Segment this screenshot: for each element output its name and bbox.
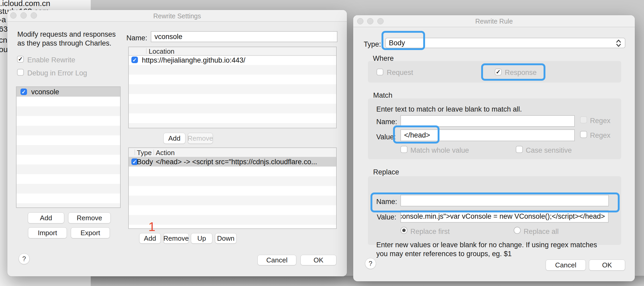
cancel-button[interactable]: Cancel (546, 260, 586, 271)
export-button[interactable]: Export (71, 227, 110, 238)
remove-action-button[interactable]: Remove (163, 233, 189, 244)
location-column-header: Location (149, 47, 174, 56)
rule-enabled-checkbox[interactable] (20, 89, 27, 95)
add-action-label: Add (144, 234, 156, 243)
rewrite-rules-list[interactable]: vconsole (16, 86, 121, 208)
add-location-button[interactable]: Add (163, 133, 185, 144)
location-table-header: Location (129, 47, 336, 56)
replace-value-value: console.min.js">var vConsole = new VCons… (400, 212, 605, 221)
replace-all-radio[interactable] (514, 227, 521, 234)
match-value-regex-checkbox[interactable] (580, 131, 587, 138)
action-summary: </head> -> <script src="https://cdnjs.cl… (156, 158, 335, 166)
action-column-header: Action (156, 149, 175, 157)
remove-location-label: Remove (188, 134, 213, 142)
dialog-title: Rewrite Rule (353, 18, 635, 25)
actions-table-stripes (129, 157, 336, 228)
match-whole-value-label: Match whole value (410, 146, 469, 155)
column-separator (146, 48, 147, 54)
match-value-input[interactable]: </head> (400, 129, 575, 141)
type-select[interactable]: Body (385, 38, 625, 48)
remove-rule-set-button[interactable]: Remove (68, 212, 111, 223)
help-button[interactable]: ? (365, 258, 376, 269)
background-text-fragment: ou (0, 45, 8, 54)
rewrite-settings-dialog: Rewrite Settings Modify requests and res… (7, 10, 347, 276)
match-whole-value-checkbox[interactable] (400, 146, 407, 153)
type-select-value: Body (389, 39, 405, 47)
location-enabled-checkbox[interactable] (131, 57, 138, 63)
match-name-input[interactable] (400, 115, 575, 127)
ok-button[interactable]: OK (300, 255, 336, 265)
table-row[interactable]: https://hejialianghe.github.io:443/ (129, 55, 336, 65)
match-name-regex-label: Regex (590, 117, 610, 125)
add-action-button[interactable]: Add (139, 233, 161, 244)
import-label: Import (38, 229, 57, 237)
location-url: https://hejialianghe.github.io:443/ (142, 56, 245, 64)
replace-hint-line-1: Enter new values or leave blank for no c… (376, 241, 597, 249)
replace-section-label: Replace (373, 168, 399, 176)
match-value-regex-label: Regex (590, 131, 610, 140)
replace-name-input[interactable] (400, 195, 609, 206)
debug-error-log-checkbox[interactable] (17, 69, 24, 76)
case-sensitive-checkbox[interactable] (516, 146, 523, 153)
match-name-regex-checkbox[interactable] (580, 116, 587, 123)
import-button[interactable]: Import (28, 227, 67, 238)
remove-location-button[interactable]: Remove (188, 133, 213, 144)
location-table-stripes (129, 55, 336, 128)
replace-panel: Name: Value: console.min.js">var vConsol… (368, 176, 621, 245)
name-label: Name: (126, 34, 147, 42)
response-checkbox[interactable] (495, 69, 502, 75)
description-line-1: Modify requests and responses (17, 30, 116, 38)
type-column-header: Type (137, 149, 152, 157)
type-label: Type: (364, 40, 381, 48)
table-row[interactable]: Body </head> -> <script src="https://cdn… (129, 157, 336, 167)
rules-list-stripes (17, 87, 120, 207)
replace-value-input[interactable]: console.min.js">var vConsole = new VCons… (400, 210, 609, 223)
background-text-fragment: 63 (0, 25, 8, 34)
replace-name-label: Name: (376, 198, 397, 206)
rewrite-actions-table[interactable]: Type Action Body </head> -> <script src=… (128, 147, 337, 229)
replace-first-label: Replace first (410, 228, 450, 236)
background-text-fragment: -a (0, 15, 6, 24)
match-value-label: Value: (376, 133, 396, 141)
enable-rewrite-checkbox[interactable] (17, 56, 24, 63)
match-hint: Enter text to match or leave blank to ma… (376, 105, 522, 113)
match-name-label: Name: (376, 118, 397, 126)
column-separator (153, 150, 154, 155)
help-button[interactable]: ? (19, 253, 30, 264)
up-button[interactable]: Up (191, 233, 212, 244)
request-checkbox[interactable] (377, 69, 383, 75)
replace-value-label: Value: (377, 213, 396, 221)
select-stepper-icon (615, 39, 622, 47)
case-sensitive-label: Case sensitive (526, 146, 572, 155)
background-text-fragment: cn (0, 36, 7, 45)
help-icon: ? (369, 260, 372, 267)
cancel-label: Cancel (266, 256, 288, 264)
debug-error-log-label: Debug in Error Log (27, 69, 87, 77)
help-icon: ? (22, 255, 26, 263)
rewrite-rule-titlebar: Rewrite Rule (353, 15, 635, 27)
list-item[interactable]: vconsole (17, 87, 120, 97)
ok-label: OK (314, 256, 324, 264)
match-value-value: </head> (404, 131, 430, 139)
add-rule-set-button[interactable]: Add (28, 212, 64, 223)
ok-label: OK (602, 261, 612, 269)
where-panel: Request Response (368, 61, 621, 82)
rule-name-value: vconsole (154, 33, 183, 41)
down-button[interactable]: Down (215, 233, 237, 244)
ok-button[interactable]: OK (589, 260, 625, 271)
remove-action-label: Remove (163, 234, 189, 243)
cancel-button[interactable]: Cancel (257, 255, 296, 265)
enable-rewrite-label: Enable Rewrite (27, 56, 75, 64)
add-location-label: Add (168, 134, 180, 142)
dialog-title: Rewrite Settings (7, 12, 347, 20)
replace-all-label: Replace all (524, 228, 559, 236)
rule-name: vconsole (31, 88, 59, 96)
rule-name-input[interactable]: vconsole (151, 31, 337, 42)
export-label: Export (80, 229, 100, 237)
actions-table-header: Type Action (129, 148, 336, 157)
add-rule-set-label: Add (40, 214, 52, 222)
location-table[interactable]: Location https://hejialianghe.github.io:… (128, 47, 337, 128)
annotation-step-1: 1 (148, 219, 155, 234)
replace-first-radio[interactable] (400, 227, 407, 234)
match-panel: Enter text to match or leave blank to ma… (368, 98, 621, 159)
